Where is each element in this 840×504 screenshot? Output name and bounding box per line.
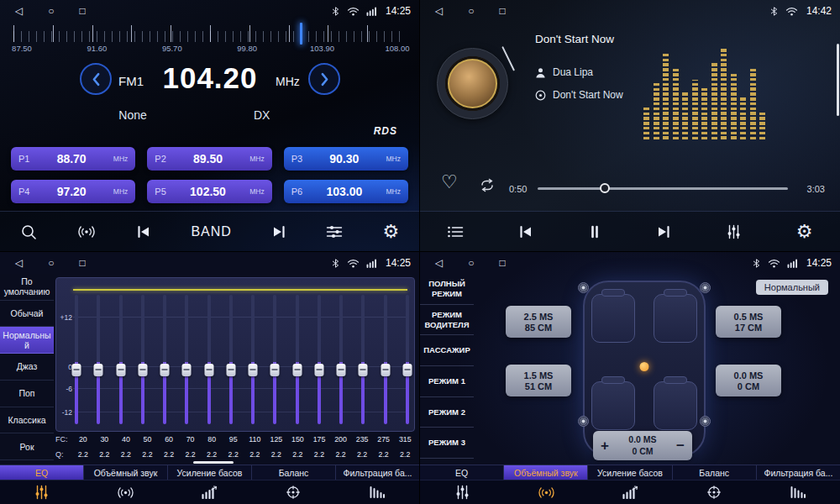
mode-driver[interactable]: РЕЖИМ ВОДИТЕЛЯ bbox=[420, 305, 474, 336]
tune-up-button[interactable] bbox=[308, 63, 340, 95]
equalizer-button[interactable] bbox=[722, 221, 745, 243]
settings-button[interactable]: ⚙ bbox=[380, 219, 403, 244]
tab-filter-icon-button[interactable] bbox=[756, 480, 840, 504]
eq-band-slider[interactable] bbox=[97, 295, 100, 424]
mode-3[interactable]: РЕЖИМ 3 bbox=[420, 428, 474, 459]
preset-p4-button[interactable]: P4 97.20 MHz bbox=[11, 180, 135, 203]
scan-broadcast-button[interactable] bbox=[73, 222, 100, 242]
pause-button[interactable] bbox=[585, 222, 605, 242]
tab-filter[interactable]: Фильтрация ба... bbox=[757, 465, 840, 480]
tab-bass-icon-button[interactable] bbox=[588, 480, 672, 504]
mode-2[interactable]: РЕЖИМ 2 bbox=[420, 397, 474, 428]
tab-eq[interactable]: EQ bbox=[420, 465, 504, 480]
eq-preset-item-active[interactable]: Нормальный bbox=[0, 327, 54, 354]
home-nav-icon[interactable]: ○ bbox=[48, 6, 54, 16]
tab-surround-icon-button[interactable] bbox=[84, 480, 168, 504]
tab-balance[interactable]: Баланс bbox=[673, 465, 757, 480]
eq-band-slider[interactable] bbox=[361, 295, 365, 424]
eq-band-slider[interactable] bbox=[406, 295, 409, 424]
listening-mode-list: ПОЛНЫЙ РЕЖИМ РЕЖИМ ВОДИТЕЛЯ ПАССАЖИР РЕЖ… bbox=[420, 274, 474, 459]
preset-p1-button[interactable]: P1 88.70 MHz bbox=[11, 147, 135, 171]
back-nav-icon[interactable]: ◁ bbox=[435, 258, 443, 268]
tab-eq-icon-button[interactable] bbox=[0, 480, 84, 504]
delay-front-left-button[interactable]: 2.5 MS 85 CM bbox=[506, 306, 571, 338]
frequency-ruler[interactable] bbox=[13, 25, 406, 42]
preset-p3-button[interactable]: P3 90.30 MHz bbox=[284, 147, 408, 171]
eq-preset-item[interactable]: Классика bbox=[0, 407, 54, 434]
seek-next-button[interactable] bbox=[268, 222, 290, 242]
list-scrollbar[interactable] bbox=[837, 44, 839, 116]
eq-preset-item[interactable]: Джаз bbox=[0, 354, 54, 381]
horizontal-scroll-indicator[interactable] bbox=[193, 461, 234, 464]
back-nav-icon[interactable]: ◁ bbox=[15, 6, 23, 16]
mode-full[interactable]: ПОЛНЫЙ РЕЖИМ bbox=[420, 274, 474, 305]
tab-balance[interactable]: Баланс bbox=[252, 465, 336, 480]
playlist-button[interactable] bbox=[444, 222, 467, 242]
eq-band-slider[interactable] bbox=[141, 295, 144, 424]
delay-rear-left-button[interactable]: 1.5 MS 51 CM bbox=[506, 365, 571, 396]
eq-band-slider[interactable] bbox=[339, 295, 343, 424]
settings-button[interactable]: ⚙ bbox=[793, 219, 816, 244]
eq-band-slider[interactable] bbox=[163, 295, 166, 424]
tab-surround[interactable]: Объёмный звук bbox=[504, 465, 588, 480]
preset-p2-button[interactable]: P2 89.50 MHz bbox=[147, 147, 271, 171]
tune-down-button[interactable] bbox=[80, 63, 112, 95]
tab-filter-icon-button[interactable] bbox=[335, 480, 419, 504]
recents-nav-icon[interactable]: □ bbox=[79, 258, 85, 268]
home-nav-icon[interactable]: ○ bbox=[48, 258, 54, 268]
dx-mode-label: DX bbox=[254, 108, 270, 122]
recents-nav-icon[interactable]: □ bbox=[79, 6, 85, 16]
progress-bar[interactable] bbox=[538, 181, 788, 195]
next-track-button[interactable] bbox=[653, 222, 675, 242]
tab-eq-icon-button[interactable] bbox=[420, 480, 504, 504]
preset-p5-button[interactable]: P5 102.50 MHz bbox=[147, 180, 271, 203]
recents-nav-icon[interactable]: □ bbox=[499, 258, 505, 268]
eq-preset-item[interactable]: Поп bbox=[0, 381, 54, 407]
eq-band-slider[interactable] bbox=[251, 295, 255, 424]
mode-1[interactable]: РЕЖИМ 1 bbox=[420, 366, 474, 397]
eq-band-slider[interactable] bbox=[296, 295, 299, 424]
eq-band-slider[interactable] bbox=[75, 295, 78, 424]
eq-preset-item[interactable]: По умолчанию bbox=[0, 274, 54, 301]
next-icon bbox=[656, 225, 671, 239]
tab-balance-icon-button[interactable] bbox=[251, 480, 335, 504]
eq-band-slider[interactable] bbox=[318, 295, 321, 424]
tab-filter[interactable]: Фильтрация ба... bbox=[336, 465, 419, 480]
preset-p6-button[interactable]: P6 103.00 MHz bbox=[284, 180, 408, 203]
search-button[interactable] bbox=[17, 220, 40, 244]
tab-bass-boost[interactable]: Усиление басов bbox=[168, 465, 252, 480]
tab-bass-boost[interactable]: Усиление басов bbox=[588, 465, 672, 480]
tab-eq[interactable]: EQ bbox=[0, 465, 84, 480]
tab-surround-icon-button[interactable] bbox=[504, 480, 588, 504]
audio-adjust-button[interactable] bbox=[323, 221, 346, 243]
tab-surround[interactable]: Объёмный звук bbox=[84, 465, 168, 480]
eq-band-slider[interactable] bbox=[185, 295, 188, 424]
eq-band-slider[interactable] bbox=[273, 295, 276, 424]
mode-passenger[interactable]: ПАССАЖИР bbox=[420, 335, 474, 366]
eq-preset-item[interactable]: Обычай bbox=[0, 301, 54, 328]
fc-value: 20 bbox=[72, 435, 94, 444]
eq-band-slider[interactable] bbox=[119, 295, 123, 424]
progress-knob[interactable] bbox=[600, 183, 610, 193]
q-value: 2.2 bbox=[244, 450, 266, 459]
band-button[interactable]: BAND bbox=[187, 221, 234, 243]
delay-decrease-button[interactable]: − bbox=[669, 438, 692, 454]
recents-nav-icon[interactable]: □ bbox=[499, 6, 505, 16]
eq-band-slider[interactable] bbox=[384, 295, 387, 424]
back-nav-icon[interactable]: ◁ bbox=[435, 6, 443, 16]
eq-band-slider[interactable] bbox=[229, 295, 233, 424]
tab-bass-icon-button[interactable] bbox=[168, 480, 252, 504]
previous-track-button[interactable] bbox=[515, 222, 537, 242]
seek-previous-button[interactable] bbox=[133, 222, 155, 242]
delay-rear-right-button[interactable]: 0.0 MS 0 CM bbox=[716, 365, 781, 396]
home-nav-icon[interactable]: ○ bbox=[468, 258, 474, 268]
home-nav-icon[interactable]: ○ bbox=[468, 6, 474, 16]
eq-preset-item[interactable]: Рок bbox=[0, 433, 54, 460]
delay-increase-button[interactable]: + bbox=[593, 438, 617, 454]
favorite-button[interactable]: ♡ bbox=[441, 173, 458, 192]
repeat-button[interactable] bbox=[479, 178, 496, 195]
eq-band-slider[interactable] bbox=[207, 295, 211, 424]
back-nav-icon[interactable]: ◁ bbox=[15, 258, 23, 268]
delay-front-right-button[interactable]: 0.5 MS 17 CM bbox=[716, 306, 781, 338]
tab-balance-icon-button[interactable] bbox=[672, 480, 756, 504]
